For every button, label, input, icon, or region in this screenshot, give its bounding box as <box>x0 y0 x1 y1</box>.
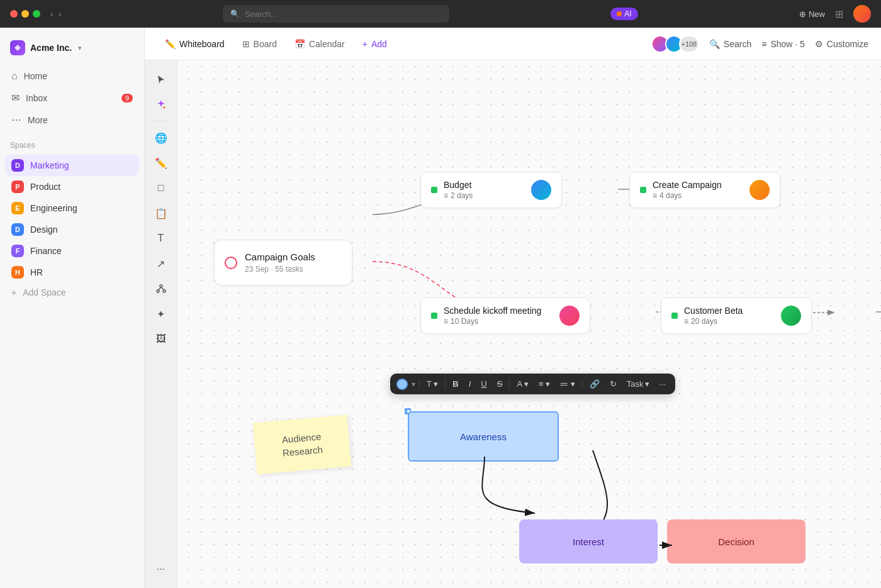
sidebar-item-hr[interactable]: H HR <box>5 262 139 283</box>
user-avatar[interactable] <box>853 5 871 23</box>
maximize-dot[interactable] <box>33 10 40 18</box>
space-dot-hr: H <box>11 266 24 279</box>
image-tool[interactable]: 🖼 <box>150 328 172 350</box>
font-color-button[interactable]: A ▾ <box>513 377 532 391</box>
interest-node[interactable]: Interest <box>519 519 658 563</box>
back-arrow[interactable]: ‹ <box>50 9 53 19</box>
budget-node[interactable]: Budget ≡ 2 days <box>420 172 562 208</box>
tab-board[interactable]: ⊞ Board <box>235 34 284 54</box>
sidebar-item-inbox[interactable]: ✉ Inbox 9 <box>5 87 139 109</box>
svg-point-1 <box>157 290 159 292</box>
window-controls <box>10 10 40 18</box>
tab-calendar[interactable]: 📅 Calendar <box>287 34 352 54</box>
ai-tool[interactable] <box>150 93 172 116</box>
space-label-product: Product <box>30 182 60 192</box>
brand-icon <box>10 40 25 55</box>
topbar-right: +108 🔍 Search ≡ Show · 5 ⚙ Customize <box>651 35 868 53</box>
search-button[interactable]: 🔍 Search <box>709 39 751 49</box>
titlebar-right: ⊕ New ⊞ <box>799 5 871 23</box>
campaign-goals-meta: 23 Sep · 55 tasks <box>245 265 339 274</box>
grid-icon[interactable]: ⊞ <box>835 8 843 20</box>
budget-status-dot <box>431 187 437 193</box>
canvas-toolbar: 🌐 ✏️ □ 📋 T ↗ ✦ 🖼 ··· <box>145 60 177 588</box>
brand[interactable]: Acme Inc. ▾ <box>0 35 144 65</box>
pen-tool[interactable]: ✏️ <box>150 152 172 174</box>
more-format-button[interactable]: ··· <box>656 377 670 391</box>
decision-node[interactable]: Decision <box>667 519 805 563</box>
new-label: New <box>809 9 825 19</box>
sidebar-item-more[interactable]: ⋯ More <box>5 109 139 131</box>
campaign-goals-node[interactable]: Campaign Goals 23 Sep · 55 tasks <box>214 240 352 286</box>
new-button[interactable]: ⊕ New <box>799 9 825 19</box>
divider <box>509 379 510 389</box>
canvas[interactable]: 🌐 ✏️ □ 📋 T ↗ ✦ 🖼 ··· <box>145 60 881 588</box>
task-button[interactable]: Task ▾ <box>624 377 653 391</box>
schedule-avatar <box>559 306 580 326</box>
minimize-dot[interactable] <box>21 10 29 18</box>
interest-label: Interest <box>573 536 604 547</box>
sidebar-item-marketing[interactable]: D Marketing <box>5 155 139 176</box>
sidebar-item-home[interactable]: ⌂ Home <box>5 65 139 87</box>
space-label-engineering: Engineering <box>30 203 77 213</box>
space-dot-product: P <box>11 180 24 193</box>
show-button[interactable]: ≡ Show · 5 <box>761 39 805 49</box>
italic-button[interactable]: I <box>466 377 474 391</box>
customize-button[interactable]: ⚙ Customize <box>815 39 868 49</box>
search-input[interactable] <box>245 9 442 19</box>
network-tool[interactable] <box>150 277 172 300</box>
space-label-design: Design <box>30 225 58 235</box>
note-tool[interactable]: 📋 <box>150 202 172 225</box>
tab-whiteboard[interactable]: ✏️ Whiteboard <box>157 34 232 54</box>
color-picker[interactable] <box>396 379 408 390</box>
sidebar-item-design[interactable]: D Design <box>5 219 139 240</box>
underline-button[interactable]: U <box>478 377 490 391</box>
forward-arrow[interactable]: › <box>59 9 62 19</box>
list-button[interactable]: ≔ ▾ <box>557 377 578 391</box>
ai-badge[interactable]: AI <box>610 8 637 20</box>
bold-button[interactable]: B <box>449 377 461 391</box>
magic-tool[interactable]: ✦ <box>150 302 172 325</box>
create-campaign-node[interactable]: Create Campaign ≡ 4 days <box>629 172 780 208</box>
sticky-note[interactable]: Audience Research <box>253 415 352 475</box>
sidebar-item-engineering[interactable]: E Engineering <box>5 197 139 219</box>
sidebar-item-finance[interactable]: F Finance <box>5 240 139 262</box>
customer-beta-node[interactable]: Customer Beta ≡ 20 days <box>661 297 812 334</box>
main-content: ✏️ Whiteboard ⊞ Board 📅 Calendar + Add +… <box>145 28 881 588</box>
lines-icon: ≡ <box>653 191 657 200</box>
customer-beta-title: Customer Beta <box>684 306 775 316</box>
tab-add[interactable]: + Add <box>355 34 395 54</box>
schedule-title: Schedule kickoff meeting <box>444 306 553 316</box>
space-label-marketing: Marketing <box>30 160 69 170</box>
svg-line-3 <box>158 287 161 290</box>
svg-point-2 <box>163 290 166 292</box>
align-button[interactable]: ≡ ▾ <box>536 377 553 391</box>
more-tools[interactable]: ··· <box>150 558 172 580</box>
gear-icon: ⚙ <box>815 39 823 49</box>
titlebar: ‹ › 🔍 AI ⊕ New ⊞ <box>0 0 881 28</box>
close-dot[interactable] <box>10 10 18 18</box>
awareness-node[interactable]: Awareness <box>408 411 559 462</box>
space-dot-finance: F <box>11 245 24 257</box>
customer-beta-status-dot <box>671 313 678 319</box>
text-tool[interactable]: T <box>150 227 172 250</box>
strike-button[interactable]: S <box>494 377 506 391</box>
create-campaign-days: ≡ 4 days <box>653 191 743 200</box>
font-button[interactable]: T ▾ <box>424 377 441 391</box>
titlebar-search[interactable]: 🔍 <box>223 5 449 23</box>
customer-beta-days: ≡ 20 days <box>684 317 775 326</box>
search-icon: 🔍 <box>230 9 240 18</box>
connect-tool[interactable]: ↗ <box>150 252 172 275</box>
add-space-button[interactable]: + Add Space <box>5 283 139 302</box>
sidebar-item-product[interactable]: P Product <box>5 176 139 197</box>
create-campaign-status-dot <box>640 187 646 193</box>
shape-tool[interactable]: □ <box>150 177 172 199</box>
chevron-down-icon: ▾ <box>78 44 82 52</box>
refresh-button[interactable]: ↻ <box>607 377 620 391</box>
select-tool[interactable] <box>150 68 172 91</box>
globe-tool[interactable]: 🌐 <box>150 126 172 149</box>
space-dot-marketing: D <box>11 159 24 172</box>
schedule-node[interactable]: Schedule kickoff meeting ≡ 10 Days <box>420 297 590 334</box>
tab-calendar-label: Calendar <box>309 39 345 49</box>
space-label-hr: HR <box>30 267 43 277</box>
link-button[interactable]: 🔗 <box>586 377 603 391</box>
